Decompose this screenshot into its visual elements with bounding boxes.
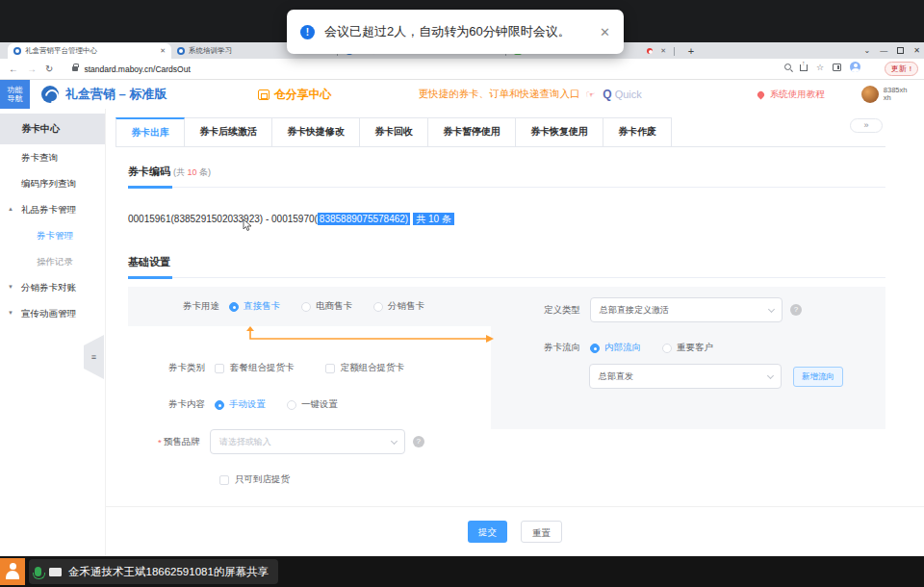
browser-profile-avatar[interactable]	[850, 62, 860, 72]
window-close-icon[interactable]: ✕	[913, 46, 920, 55]
tab-close-icon[interactable]: ✕	[660, 47, 666, 55]
section-title-text: 基础设置	[128, 256, 170, 268]
share-center-label: 仓分享中心	[273, 87, 331, 103]
sidebar-item-code-sequence-query[interactable]: 编码序列查询	[0, 170, 105, 196]
toast-message: 会议已超过2人，自动转为60分钟限时会议。	[324, 23, 592, 40]
browser-tab-title: 礼盒营销平台管理中心	[25, 46, 156, 56]
tab-close-icon[interactable]: ✕	[160, 47, 166, 55]
browser-update-button[interactable]: 更新 !	[885, 62, 918, 76]
pointing-finger-icon: ☞	[585, 89, 595, 101]
sidebar-item-card-query[interactable]: 券卡查询	[0, 144, 105, 170]
warehouse-share-center-link[interactable]: 仓分享中心	[258, 87, 331, 103]
window-controls: ⌄ — ✕	[864, 42, 920, 58]
sidebar-collapse-handle[interactable]: ≡	[84, 335, 104, 379]
radio-label-manual-setting[interactable]: 手动设置	[229, 398, 266, 411]
panel-collapse-button[interactable]: »	[850, 118, 883, 133]
checkbox-fixed-combo-card[interactable]	[325, 364, 335, 373]
sidebar-item-label: 宣传动画管理	[21, 308, 76, 319]
sidebar-item-label: 券卡查询	[21, 152, 58, 163]
radio-manual-setting[interactable]	[215, 400, 224, 410]
tab-card-void[interactable]: 券卡作废	[603, 117, 672, 146]
count-close: 条)	[197, 167, 212, 177]
card-usage-row: 券卡用途 直接售卡 电商售卡 分销售卡	[183, 287, 446, 326]
submit-button[interactable]: 提交	[468, 521, 507, 543]
radio-label-distribution-sale[interactable]: 分销售卡	[388, 300, 424, 313]
sidebar: 券卡中心 券卡查询 编码序列查询 ▲ 礼品券卡管理 券卡管理 操作记录 ▼ 分销…	[0, 109, 106, 556]
side-panel-icon[interactable]	[833, 64, 841, 71]
sidebar-item-promo-animation[interactable]: ▼ 宣传动画管理	[0, 300, 105, 326]
tab-card-recycle[interactable]: 券卡回收	[360, 117, 428, 146]
sidebar-item-label: 礼品券卡管理	[21, 204, 76, 215]
quick-label[interactable]: Quick	[615, 89, 642, 100]
radio-distribution-sale[interactable]	[373, 302, 383, 312]
app-title: 礼盒营销 – 标准版	[65, 86, 167, 103]
define-type-select[interactable]: 总部直接定义激活	[590, 297, 783, 322]
zoom-icon[interactable]	[784, 64, 791, 70]
quick-search-icon[interactable]: Q	[603, 88, 611, 101]
help-icon[interactable]: ?	[790, 304, 802, 316]
browser-tab-1[interactable]: 礼盒营销平台管理中心 ✕	[8, 43, 171, 59]
radio-label-important-customer[interactable]: 重要客户	[677, 342, 713, 354]
tab-divider	[674, 47, 675, 56]
bookmark-star-icon[interactable]: ☆	[816, 63, 824, 72]
reload-icon[interactable]: ↻	[45, 64, 53, 74]
checkbox-label-fixed-combo[interactable]: 定额组合提货卡	[341, 362, 405, 374]
sidebar-item-distribution-reconciliation[interactable]: ▼ 分销券卡对账	[0, 274, 105, 300]
help-icon[interactable]: ?	[413, 436, 424, 447]
reset-button[interactable]: 重置	[521, 521, 562, 543]
back-icon[interactable]: ←	[9, 64, 18, 74]
minimize-icon[interactable]: —	[880, 46, 887, 55]
tab-search-icon[interactable]: ⌄	[864, 46, 871, 55]
tab-card-later-activation[interactable]: 券卡后续激活	[185, 117, 272, 146]
card-flow-select[interactable]: 总部直发	[589, 364, 782, 389]
radio-label-internal-flow[interactable]: 内部流向	[604, 342, 641, 354]
presale-brand-row: * 预售品牌 请选择或输入 ?	[158, 429, 424, 454]
user-name[interactable]: 8385xh xh	[884, 87, 908, 103]
new-tab-button[interactable]: +	[684, 44, 698, 58]
count-value: 10	[188, 167, 197, 177]
sidebar-item-gift-card-management[interactable]: ▲ 礼品券卡管理	[0, 196, 105, 222]
app-page: 功能 导航 礼盒营销 – 标准版 仓分享中心 更快捷的券卡、订单和快递查询入口 …	[0, 80, 924, 556]
card-coding-section-title: 券卡编码 (共 10 条)	[128, 165, 886, 188]
radio-important-customer[interactable]	[662, 344, 672, 353]
tab-card-suspend[interactable]: 券卡暂停使用	[428, 117, 516, 146]
address-bar[interactable]: standard.maboy.cn/CardsOut	[64, 62, 729, 76]
add-flow-button[interactable]: 新增流向	[793, 367, 843, 387]
radio-label-ecommerce-sale[interactable]: 电商售卡	[316, 300, 352, 313]
radio-direct-sale[interactable]	[229, 302, 239, 312]
checkbox-label-package-combo[interactable]: 套餐组合提货卡	[230, 362, 295, 374]
radio-internal-flow[interactable]	[590, 344, 600, 353]
checkbox-package-combo-card[interactable]	[215, 364, 224, 373]
checkbox-label-store-pickup-only[interactable]: 只可到店提货	[235, 473, 290, 486]
radio-label-one-click-setting[interactable]: 一键设置	[301, 398, 338, 411]
location-pin-icon	[756, 89, 765, 99]
presale-brand-placeholder: 请选择或输入	[219, 436, 271, 448]
screen-share-icon	[49, 568, 62, 576]
radio-label-direct-sale[interactable]: 直接售卡	[244, 300, 280, 313]
tab-card-outbound[interactable]: 券卡出库	[116, 117, 185, 146]
checkbox-store-pickup-only[interactable]	[219, 475, 229, 485]
sidebar-item-operation-log[interactable]: 操作记录	[0, 248, 105, 274]
info-icon: !	[300, 25, 315, 39]
maximize-icon[interactable]	[897, 47, 904, 54]
tab-card-resume[interactable]: 券卡恢复使用	[516, 117, 603, 146]
share-status-text: 金禾通技术王斌18662591081的屏幕共享	[68, 565, 269, 579]
radio-ecommerce-sale[interactable]	[301, 302, 311, 312]
share-icon[interactable]	[800, 64, 808, 71]
participant-icon[interactable]	[0, 558, 25, 585]
count-open: (共	[173, 167, 188, 177]
basic-settings-section-title: 基础设置	[128, 255, 886, 278]
sidebar-item-card-management[interactable]: 券卡管理	[0, 222, 105, 248]
user-avatar[interactable]	[861, 86, 879, 103]
forward-icon[interactable]: →	[27, 64, 37, 74]
section-title-text: 券卡编码	[128, 166, 170, 177]
sidebar-title: 券卡中心	[0, 114, 105, 144]
radio-one-click-setting[interactable]	[287, 400, 296, 410]
hamburger-icon: ≡	[91, 352, 96, 362]
toast-close-icon[interactable]: ✕	[600, 25, 610, 39]
microphone-icon[interactable]	[35, 567, 41, 576]
tutorial-link[interactable]: 系统使用教程	[770, 89, 825, 101]
presale-brand-select[interactable]: 请选择或输入	[210, 429, 405, 454]
function-nav-toggle[interactable]: 功能 导航	[0, 80, 30, 109]
tab-card-quick-edit[interactable]: 券卡快捷修改	[272, 117, 360, 146]
